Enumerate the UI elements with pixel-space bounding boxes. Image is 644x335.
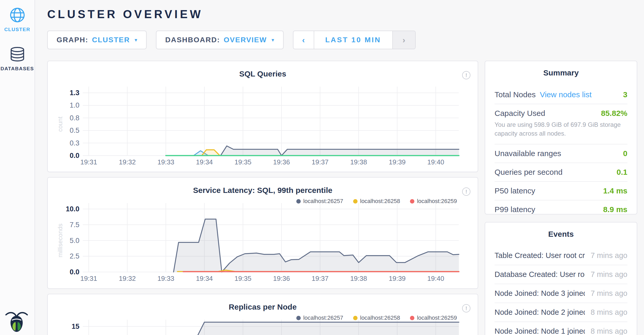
sidebar-item-cluster[interactable]: CLUSTER: [0, 7, 35, 32]
legend-label: localhost:26257: [303, 198, 343, 205]
legend-item[interactable]: localhost:26258: [353, 315, 400, 321]
dashboard-dropdown-label: DASHBOARD:: [165, 36, 220, 44]
chart-title: SQL Queries: [48, 69, 478, 78]
events-panel: Events Table Created: User root cre... 7…: [485, 222, 637, 335]
summary-panel: Summary Total NodesView nodes list 3 Cap…: [485, 61, 637, 214]
svg-text:milliseconds: milliseconds: [57, 224, 64, 257]
svg-text:1.0: 1.0: [70, 101, 79, 109]
chart-title: Service Latency: SQL, 99th percentile: [48, 186, 478, 195]
chart-legend: localhost:26257localhost:26258localhost:…: [296, 198, 457, 205]
event-row: Node Joined: Node 1 joined... 8 mins ago: [495, 322, 627, 335]
event-row: Node Joined: Node 3 joined... 7 mins ago: [495, 284, 627, 303]
svg-text:15: 15: [72, 323, 79, 330]
dashboard-content: 19:3119:3219:3319:3419:3519:3619:3719:38…: [47, 61, 637, 335]
capacity-used-value: 85.82%: [601, 109, 627, 118]
legend-item[interactable]: localhost:26257: [296, 315, 343, 321]
svg-text:0.0: 0.0: [70, 152, 79, 159]
svg-text:0.8: 0.8: [70, 114, 79, 122]
replicas-per-node-panel: 19:3119:3219:3319:3419:3519:3619:3719:38…: [47, 294, 478, 335]
chevron-down-icon: ▾: [271, 37, 274, 43]
charts-column: 19:3119:3219:3319:3419:3519:3619:3719:38…: [47, 61, 478, 335]
chevron-down-icon: ▾: [135, 37, 137, 43]
svg-text:19:39: 19:39: [389, 275, 406, 282]
right-column: Summary Total NodesView nodes list 3 Cap…: [485, 61, 637, 335]
legend-dot-icon: [410, 199, 414, 204]
service-latency-panel: 19:3119:3219:3319:3419:3519:3619:3719:38…: [47, 177, 478, 289]
svg-text:19:37: 19:37: [312, 275, 328, 282]
graph-dropdown[interactable]: GRAPH: CLUSTER ▾: [47, 31, 147, 49]
legend-item[interactable]: localhost:26259: [410, 198, 457, 205]
legend-dot-icon: [296, 199, 301, 204]
svg-text:19:33: 19:33: [157, 158, 174, 166]
svg-text:19:34: 19:34: [196, 275, 213, 282]
capacity-used-label: Capacity Used: [495, 109, 545, 118]
svg-text:count: count: [57, 116, 64, 132]
chart-title: Replicas per Node: [48, 303, 478, 311]
events-list: Table Created: User root cre... 7 mins a…: [495, 246, 627, 335]
summary-row-p99-latency: P99 latency 8.9 ms: [495, 200, 627, 219]
app-root: CLUSTER DATABASES: [0, 0, 644, 335]
svg-text:19:40: 19:40: [427, 275, 444, 282]
summary-row-unavailable-ranges: Unavailable ranges 0: [495, 144, 627, 163]
events-title: Events: [495, 230, 627, 239]
dashboard-dropdown[interactable]: DASHBOARD: OVERVIEW ▾: [156, 31, 284, 49]
svg-text:0.0: 0.0: [70, 268, 79, 276]
chart-legend: localhost:26257localhost:26258localhost:…: [296, 315, 457, 321]
cockroach-logo: [5, 310, 29, 333]
summary-rows: Total NodesView nodes list 3 Capacity Us…: [495, 86, 627, 219]
event-row: Database Created: User roo... 7 mins ago: [495, 265, 627, 284]
svg-text:19:35: 19:35: [235, 158, 251, 166]
capacity-note: You are using 598.9 GiB of 697.9 GiB sto…: [495, 120, 624, 138]
legend-label: localhost:26258: [360, 198, 400, 205]
legend-item[interactable]: localhost:26258: [353, 198, 400, 205]
legend-dot-icon: [353, 316, 358, 320]
legend-label: localhost:26259: [417, 315, 457, 321]
time-next-button[interactable]: ›: [392, 31, 415, 49]
legend-label: localhost:26259: [417, 198, 457, 205]
svg-text:19:35: 19:35: [235, 275, 251, 282]
sidebar-item-label: DATABASES: [1, 66, 34, 72]
svg-text:5.0: 5.0: [70, 237, 79, 245]
event-row: Node Joined: Node 2 joined... 8 mins ago: [495, 303, 627, 322]
time-prev-button[interactable]: ‹: [293, 31, 314, 49]
svg-text:19:34: 19:34: [196, 158, 213, 166]
svg-text:19:31: 19:31: [80, 158, 97, 166]
legend-item[interactable]: localhost:26259: [410, 315, 457, 321]
svg-text:2.5: 2.5: [70, 252, 79, 260]
info-icon[interactable]: !: [462, 304, 470, 312]
svg-text:19:40: 19:40: [427, 158, 444, 166]
view-nodes-list-link[interactable]: View nodes list: [540, 90, 592, 99]
svg-text:19:36: 19:36: [273, 158, 290, 166]
svg-text:19:38: 19:38: [350, 158, 367, 166]
legend-dot-icon: [410, 316, 414, 320]
graph-dropdown-label: GRAPH:: [57, 36, 88, 44]
svg-text:0.5: 0.5: [70, 127, 79, 134]
globe-icon: [9, 7, 26, 24]
svg-text:10.0: 10.0: [66, 205, 79, 213]
summary-row-capacity: Capacity Used 85.82% You are using 598.9…: [495, 104, 627, 144]
legend-label: localhost:26258: [360, 315, 400, 321]
legend-dot-icon: [353, 199, 358, 204]
svg-text:7.5: 7.5: [70, 221, 79, 229]
svg-text:19:32: 19:32: [119, 275, 136, 282]
total-nodes-label: Total Nodes: [495, 90, 536, 99]
sidebar-item-databases[interactable]: DATABASES: [0, 46, 35, 72]
time-range-selector: ‹ LAST 10 MIN ›: [293, 31, 416, 49]
sidebar: CLUSTER DATABASES: [0, 0, 35, 335]
svg-text:19:39: 19:39: [389, 158, 406, 166]
legend-dot-icon: [296, 316, 301, 320]
svg-text:0.3: 0.3: [70, 139, 79, 147]
summary-row-total-nodes: Total NodesView nodes list 3: [495, 86, 627, 104]
svg-text:19:38: 19:38: [350, 275, 367, 282]
dashboard-dropdown-value: OVERVIEW: [224, 36, 267, 44]
time-range-button[interactable]: LAST 10 MIN: [314, 31, 392, 49]
info-icon[interactable]: !: [462, 187, 470, 196]
legend-item[interactable]: localhost:26257: [296, 198, 343, 205]
svg-text:19:36: 19:36: [273, 275, 290, 282]
legend-label: localhost:26257: [303, 315, 343, 321]
summary-title: Summary: [495, 68, 627, 77]
svg-text:19:33: 19:33: [157, 275, 174, 282]
total-nodes-value: 3: [623, 90, 627, 99]
info-icon[interactable]: !: [462, 71, 470, 79]
summary-row-queries-per-second: Queries per second 0.1: [495, 163, 627, 182]
